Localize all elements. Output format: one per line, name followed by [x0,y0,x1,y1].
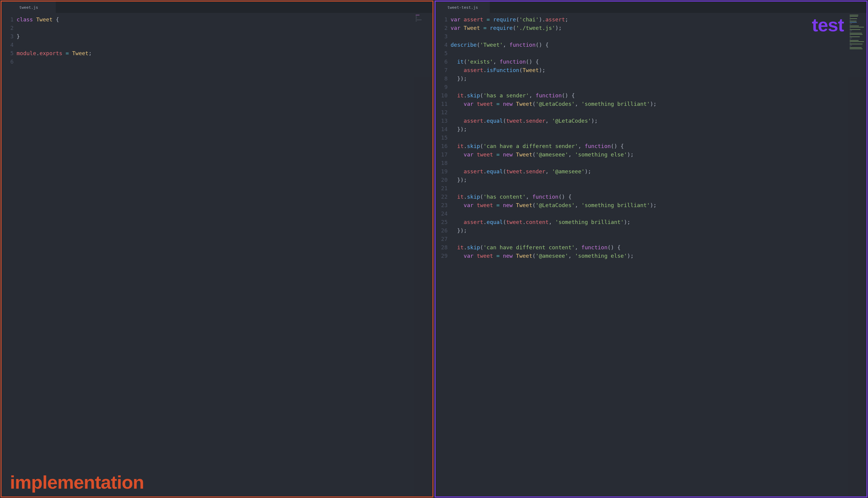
code-line[interactable] [451,108,848,117]
code-line[interactable] [451,83,848,91]
code-line[interactable]: it.skip('has content', function() { [451,193,848,201]
line-number: 18 [436,159,448,167]
code-line[interactable] [451,210,848,218]
minimap-line [416,19,422,20]
code-line[interactable]: } [16,32,414,41]
line-number: 10 [436,91,448,100]
tab-bar-left: tweet.js [1,1,432,13]
minimap-line [850,41,864,42]
line-number: 22 [436,193,448,201]
code-line[interactable]: module.exports = Tweet; [16,49,414,57]
code-line[interactable]: assert.isFunction(Tweet); [451,66,848,75]
line-number: 17 [436,150,448,159]
code-left[interactable]: class Tweet { } module.exports = Tweet; [16,13,414,497]
editor-pane-right: tweet-test.js 12345678910111213141516171… [435,1,867,497]
tab-tweet-test-js[interactable]: tweet-test.js [436,1,490,13]
tab-bar-right: tweet-test.js [436,1,867,13]
code-line[interactable]: var tweet = new Tweet('@LetaCodes', 'som… [451,100,848,108]
code-line[interactable]: it.skip('can have a different sender', f… [451,142,848,150]
line-number: 6 [1,57,14,66]
minimap-line [850,32,851,32]
code-line[interactable] [451,32,848,41]
line-number: 4 [436,41,448,49]
line-number: 3 [436,32,448,41]
code-right[interactable]: var assert = require('chai').assert;var … [451,13,848,497]
minimap-line [850,42,851,43]
code-line[interactable] [451,235,848,243]
minimap-line [850,34,863,35]
code-line[interactable]: assert.equal(tweet.sender, '@ameseee'); [451,167,848,176]
code-line[interactable]: var tweet = new Tweet('@ameseee', 'somet… [451,252,848,260]
code-line[interactable] [16,24,414,32]
minimap-line [850,16,858,16]
minimap-line [416,16,417,16]
minimap-line [850,44,863,44]
code-line[interactable]: describe('Tweet', function() { [451,41,848,49]
code-line[interactable]: var assert = require('chai').assert; [451,15,848,24]
code-line[interactable]: }); [451,226,848,235]
line-number: 8 [436,75,448,83]
minimap-line [850,28,851,29]
gutter-left: 123456 [1,13,16,497]
minimap-line [416,15,419,15]
minimap-line [850,29,860,30]
code-line[interactable]: it.skip('has a sender', function() { [451,91,848,100]
editor-right[interactable]: 1234567891011121314151617181920212223242… [436,13,867,497]
code-line[interactable]: it.skip('can have different content', fu… [451,243,848,252]
minimap-line [850,30,852,31]
minimap-line [850,24,851,25]
editor-left[interactable]: 123456 class Tweet { } module.exports = … [1,13,432,497]
line-number: 3 [1,32,14,41]
code-line[interactable]: }); [451,75,848,83]
line-number: 2 [1,24,14,32]
line-number: 6 [436,57,448,66]
line-number: 15 [436,133,448,142]
code-line[interactable]: }); [451,125,848,133]
line-number: 1 [436,15,448,24]
code-line[interactable] [451,159,848,167]
line-number: 14 [436,125,448,133]
overlay-label-implementation: implementation [10,471,144,493]
code-line[interactable] [451,184,848,193]
minimap-line [850,18,857,19]
minimap-line [850,37,860,37]
code-line[interactable]: var Tweet = require('./tweet.js'); [451,24,848,32]
code-line[interactable]: assert.equal(tweet.sender, '@LetaCodes')… [451,117,848,125]
minimap-line [416,21,417,22]
minimap-right[interactable] [848,13,867,497]
line-number: 23 [436,201,448,210]
minimap-line [850,17,851,18]
line-number: 21 [436,184,448,193]
minimap-line [850,27,864,27]
line-number: 20 [436,176,448,184]
code-line[interactable]: var tweet = new Tweet('@ameseee', 'somet… [451,150,848,159]
code-line[interactable] [451,133,848,142]
line-number: 1 [1,15,14,24]
minimap-line [850,19,851,20]
line-number: 16 [436,142,448,150]
minimap-line [850,22,857,23]
code-line[interactable] [451,49,848,57]
minimap-line [850,21,857,22]
line-number: 2 [436,24,448,32]
line-number: 26 [436,226,448,235]
minimap-line [850,26,859,26]
code-line[interactable]: assert.equal(tweet.content, 'something b… [451,218,848,226]
line-number: 29 [436,252,448,260]
minimap-left[interactable] [414,13,432,497]
line-number: 28 [436,243,448,252]
line-number: 11 [436,100,448,108]
minimap-line [850,47,861,48]
tab-tweet-js[interactable]: tweet.js [1,1,56,13]
minimap-line [416,18,417,19]
line-number: 19 [436,167,448,176]
code-line[interactable]: }); [451,176,848,184]
minimap-line [416,17,417,18]
code-line[interactable]: var tweet = new Tweet('@LetaCodes', 'som… [451,201,848,210]
code-line[interactable]: it('exists', function() { [451,57,848,66]
code-line[interactable]: class Tweet { [16,15,414,24]
minimap-line [850,23,852,24]
code-line[interactable] [16,41,414,49]
code-line[interactable] [16,57,414,66]
overlay-label-test: test [812,14,844,36]
